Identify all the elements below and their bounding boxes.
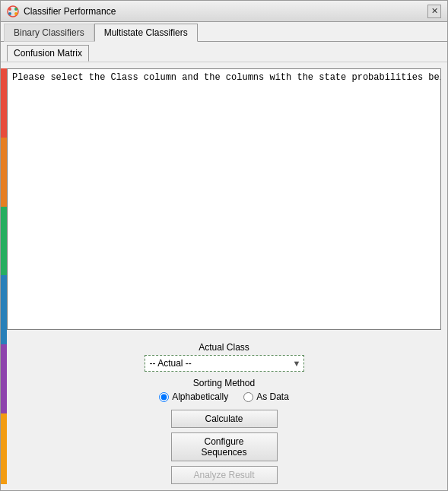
window-title: Classifier Performance — [24, 6, 116, 17]
tab-confusion-matrix[interactable]: Confusion Matrix — [7, 45, 89, 62]
color-bar — [1, 68, 7, 484]
radio-alphabetically[interactable]: Alphabetically — [159, 391, 228, 402]
actual-class-select-wrapper: -- Actual -- ▼ — [145, 355, 304, 372]
tab-multistate-classifiers[interactable]: Multistate Classifiers — [94, 24, 198, 42]
actual-class-select[interactable]: -- Actual -- — [145, 355, 304, 372]
title-bar-left: Classifier Performance — [7, 5, 116, 17]
actual-class-label: Actual Class — [199, 342, 249, 353]
configure-sequences-button[interactable]: Configure Sequences — [171, 432, 278, 461]
svg-point-1 — [8, 8, 11, 11]
sub-tab-bar: Confusion Matrix — [1, 42, 447, 62]
svg-point-2 — [14, 8, 17, 11]
bottom-controls: Actual Class -- Actual -- ▼ Sorting Meth… — [1, 336, 447, 490]
svg-point-4 — [14, 12, 17, 15]
title-bar: Classifier Performance ✕ — [1, 1, 447, 22]
matrix-display: Please select the Class column and the c… — [7, 68, 441, 330]
main-window: Classifier Performance ✕ Binary Classifi… — [0, 0, 448, 491]
radio-input-as-data[interactable] — [243, 392, 253, 402]
actual-class-row: Actual Class -- Actual -- ▼ — [13, 342, 435, 372]
content-area: Please select the Class column and the c… — [1, 62, 447, 490]
analyze-result-button[interactable]: Analyze Result — [171, 466, 278, 484]
tab-binary-classifiers[interactable]: Binary Classifiers — [4, 24, 94, 42]
app-icon — [7, 5, 19, 17]
sorting-section: Sorting Method Alphabetically As Data — [13, 378, 435, 402]
matrix-instruction: Please select the Class column and the c… — [8, 69, 440, 86]
svg-point-3 — [8, 12, 11, 15]
buttons-row: Calculate Configure Sequences Analyze Re… — [13, 410, 435, 484]
main-tab-bar: Binary Classifiers Multistate Classifier… — [1, 22, 447, 42]
calculate-button[interactable]: Calculate — [171, 410, 278, 428]
radio-as-data[interactable]: As Data — [243, 391, 289, 402]
svg-point-0 — [8, 6, 18, 17]
radio-group-sorting: Alphabetically As Data — [159, 391, 289, 402]
sorting-label: Sorting Method — [193, 378, 255, 388]
close-button[interactable]: ✕ — [427, 5, 441, 18]
radio-input-alphabetically[interactable] — [159, 392, 169, 402]
